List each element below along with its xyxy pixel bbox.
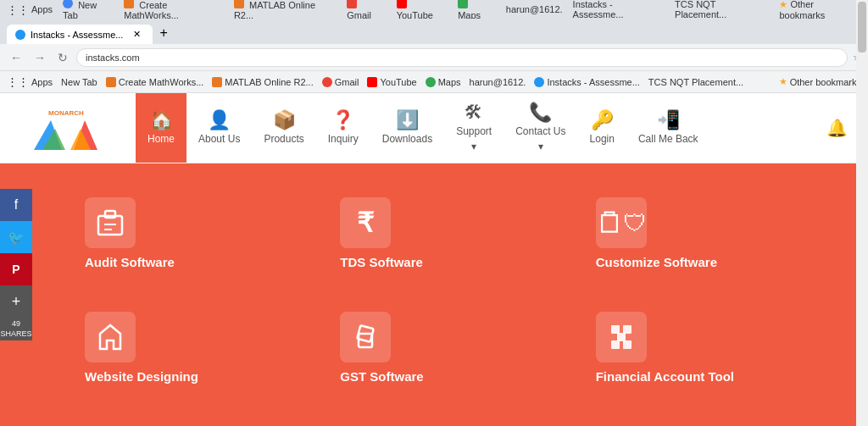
add-share-button[interactable]: + — [0, 285, 32, 318]
bm-other[interactable]: ★ Other bookmarks — [779, 76, 861, 87]
bm-newtab[interactable]: New Tab — [61, 77, 97, 87]
service-card-incometax[interactable]: Income Tax Software — [323, 409, 570, 426]
social-sidebar: f 🐦 P + 49SHARES — [0, 189, 32, 340]
notification-bell-icon[interactable]: 🔔 — [826, 118, 848, 138]
contact-icon: 📞 — [529, 103, 552, 122]
service-card-audit[interactable]: Audit Software — [68, 180, 314, 286]
nav-item-contact[interactable]: 📞 Contact Us▾ — [504, 93, 577, 163]
nav-item-downloads[interactable]: ⬇️ Downloads — [370, 93, 444, 163]
bm-maps[interactable]: Maps — [426, 77, 461, 87]
service-card-customize[interactable]: 🛡 Customize Software — [579, 180, 826, 286]
scrollbar-thumb[interactable] — [858, 2, 866, 53]
website-label: Website Designing — [85, 369, 198, 384]
tds-icon: ₹ — [340, 197, 391, 248]
gst-label: GST Software — [340, 369, 423, 384]
service-card-gst[interactable]: GST Software — [323, 295, 570, 401]
gst-icon — [340, 312, 391, 362]
nav-item-login[interactable]: 🔑 Login — [578, 93, 626, 163]
svg-rect-12 — [623, 325, 632, 334]
bm-mathworks[interactable]: Create MathWorks... — [106, 77, 204, 87]
products-icon: 📦 — [273, 111, 296, 130]
address-bar-row: ← → ↻ ☆ — [0, 44, 868, 71]
bm-tcs[interactable]: TCS NQT Placement... — [648, 77, 743, 87]
apps-label[interactable]: ⋮⋮ Apps — [7, 3, 53, 16]
website-icon — [85, 312, 136, 362]
nav-right: 🔔 — [826, 118, 856, 138]
bm-apps[interactable]: ⋮⋮ Apps — [7, 75, 53, 88]
new-tab-item[interactable]: New Tab — [63, 0, 114, 19]
bm-gmail[interactable]: Gmail — [322, 77, 359, 87]
matlab-tab[interactable]: MATLAB Online R2... — [234, 0, 337, 19]
active-chrome-tab[interactable]: Instacks - Assessme... ✕ — [7, 25, 153, 44]
service-card-taxation[interactable]: Taxation Software — [68, 409, 314, 426]
facebook-button[interactable]: f — [0, 189, 32, 221]
instacks-tab[interactable]: Instacks - Assessme... — [573, 0, 665, 19]
logo-area[interactable]: MONARCH — [0, 103, 136, 152]
services-grid: Audit Software ₹ TDS Software 🛡 Customiz… — [0, 163, 868, 426]
nav-item-callback[interactable]: 📲 Call Me Back — [626, 93, 710, 163]
audit-label: Audit Software — [85, 255, 175, 269]
inquiry-icon: ❓ — [331, 111, 354, 130]
twitter-button[interactable]: 🐦 — [0, 221, 32, 253]
bm-youtube[interactable]: YouTube — [367, 77, 416, 87]
mathworks-tab[interactable]: Create MathWorks... — [124, 0, 224, 19]
customize-label: Customize Software — [596, 255, 717, 269]
chrome-nav-row: Instacks - Assessme... ✕ + — [0, 19, 868, 44]
bookmarks-bar: ⋮⋮ Apps New Tab Create MathWorks... MATL… — [0, 71, 868, 93]
nav-item-inquiry[interactable]: ❓ Inquiry — [316, 93, 370, 163]
bm-instacks[interactable]: Instacks - Assessme... — [534, 77, 639, 87]
gmail-tab[interactable]: Gmail — [347, 0, 386, 19]
customize-icon: 🛡 — [596, 197, 647, 248]
bm-harun[interactable]: harun@1612. — [470, 77, 526, 87]
callback-icon: 📲 — [657, 111, 680, 130]
maps-tab[interactable]: Maps — [458, 0, 496, 19]
svg-rect-14 — [611, 340, 620, 349]
refresh-button[interactable]: ↻ — [54, 49, 71, 66]
svg-rect-11 — [611, 325, 620, 334]
navbar: MONARCH 🏠 Home 👤 About Us — [0, 93, 856, 163]
support-icon: 🛠 — [465, 103, 483, 122]
nav-item-support[interactable]: 🛠 Support▾ — [444, 93, 504, 163]
nav-item-about[interactable]: 👤 About Us — [186, 93, 252, 163]
financial-label: Financial Account Tool — [596, 369, 734, 384]
youtube-tab[interactable]: YouTube — [397, 0, 448, 19]
audit-icon — [85, 197, 136, 248]
forward-button[interactable]: → — [31, 49, 49, 66]
downloads-icon: ⬇️ — [396, 111, 419, 130]
new-tab-button[interactable]: + — [153, 22, 174, 44]
tds-label: TDS Software — [340, 255, 423, 269]
svg-rect-13 — [617, 333, 626, 341]
back-button[interactable]: ← — [7, 49, 25, 66]
home-icon: 🏠 — [150, 111, 173, 130]
harun-tab[interactable]: harun@1612. — [506, 4, 563, 14]
service-card-financial[interactable]: Financial Account Tool — [579, 295, 826, 401]
site-content: MONARCH 🏠 Home 👤 About Us — [0, 93, 856, 426]
tcs-tab[interactable]: TCS NQT Placement... — [675, 0, 769, 19]
other-bookmarks[interactable]: ★ Other bookmarks — [779, 0, 861, 19]
address-input[interactable] — [76, 48, 848, 67]
service-card-tds[interactable]: ₹ TDS Software — [323, 180, 570, 286]
service-card-website[interactable]: Website Designing — [68, 295, 314, 401]
bm-matlab[interactable]: MATLAB Online R2... — [212, 77, 313, 87]
about-icon: 👤 — [208, 111, 231, 130]
nav-item-home[interactable]: 🏠 Home — [136, 93, 186, 163]
scrollbar[interactable] — [856, 0, 868, 426]
login-icon: 🔑 — [591, 111, 614, 130]
browser-tab-bar: ⋮⋮ Apps New Tab Create MathWorks... MATL… — [0, 0, 868, 19]
nav-item-products[interactable]: 📦 Products — [252, 93, 315, 163]
financial-icon — [596, 312, 647, 362]
shares-label: 49SHARES — [0, 318, 32, 340]
svg-rect-15 — [623, 340, 632, 349]
pinterest-button[interactable]: P — [0, 253, 32, 285]
svg-rect-6 — [105, 211, 115, 218]
service-card-domain[interactable]: Domain Registration — [579, 409, 826, 426]
page-wrapper: ⋮⋮ Apps New Tab Create MathWorks... MATL… — [0, 0, 868, 426]
svg-text:MONARCH: MONARCH — [48, 109, 84, 117]
logo-svg: MONARCH — [30, 103, 106, 152]
